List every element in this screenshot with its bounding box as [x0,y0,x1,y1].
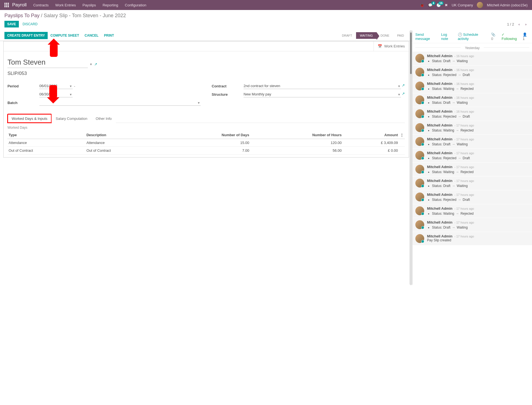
form-toolbar: CREATE DRAFT ENTRY COMPUTE SHEET CANCEL … [0,30,412,41]
avatar [415,220,424,229]
nav-reporting[interactable]: Reporting [103,3,118,7]
pager-count: 1 / 2 [507,22,514,26]
avatar [415,179,424,188]
scrollbar[interactable] [410,30,412,285]
print-button[interactable]: PRINT [101,32,117,39]
avatar [415,109,424,118]
slip-reference: SLIP/053 [7,71,405,76]
attachments-count[interactable]: 📎 0 [491,32,498,41]
table-row[interactable]: Out of ContractOut of Contract7.0056.00£… [7,147,405,155]
chevron-down-icon[interactable]: ▾ [70,84,72,88]
followers-count[interactable]: 👤 1 [523,32,529,41]
log-message: Mitchell Admin - 17 hours ago Status: Dr… [413,218,532,232]
batch-label: Batch [7,101,39,105]
follow-button[interactable]: ✓ Following [502,32,519,41]
discard-button[interactable]: DISCARD [20,21,40,27]
col-hours: Number of Hours [250,131,343,139]
avatar [415,234,424,243]
log-message: Mitchell Admin - 17 hours ago Status: Re… [413,190,532,204]
send-message-button[interactable]: Send message [415,32,437,41]
work-entries-button[interactable]: 📅 Work Entries [374,41,409,51]
batch-field[interactable] [39,100,201,106]
nav-contracts[interactable]: Contracts [33,3,49,7]
avatar [415,123,424,132]
form-sheet: 📅 Work Entries ▾ ↗ SLIP/053 Period ▾ [3,41,409,158]
cancel-button[interactable]: CANCEL [82,32,101,39]
tools-icon[interactable]: ✖ [445,3,448,7]
detail-tabs: Worked Days & Inputs Salary Computation … [7,114,405,123]
breadcrumb-current: Salary Slip - Tom Steven - June 2022 [44,13,126,18]
annotation-arrow-up [50,44,58,57]
col-days: Number of Days [163,131,250,139]
clock-icon: 🕐 [458,32,462,37]
pager-next-icon[interactable]: › [524,22,528,26]
company-selector[interactable]: UK Company [452,3,473,7]
tab-salary-computation[interactable]: Salary Computation [52,114,91,123]
contract-field[interactable] [244,83,401,89]
external-link-icon[interactable]: ↗ [94,62,97,68]
external-link-icon[interactable]: ↗ [402,92,405,97]
kebab-icon[interactable]: ⋮ [399,131,405,139]
compute-sheet-button[interactable]: COMPUTE SHEET [48,32,82,39]
log-note-button[interactable]: Log note [441,32,454,41]
apps-icon[interactable] [4,3,9,7]
nav-menu: Contracts Work Entries Payslips Reportin… [33,3,420,7]
tab-other-info[interactable]: Other Info [91,114,116,123]
annotation-arrow-down [49,85,57,98]
structure-label: Structure [212,92,244,97]
avatar [415,54,424,63]
bug-icon[interactable]: 🐞 [420,3,424,7]
nav-work-entries[interactable]: Work Entries [55,3,76,7]
log-message: Mitchell Admin - 17 hours ago Status: Re… [413,149,532,162]
external-link-icon[interactable]: ↗ [402,83,405,89]
breadcrumb-parent[interactable]: Payslips To Pay [4,13,40,18]
save-button[interactable]: SAVE [4,21,19,27]
structure-field[interactable] [244,91,401,97]
chevron-down-icon[interactable]: ▾ [398,84,400,88]
worked-days-table: Type Description Number of Days Number o… [7,131,405,155]
create-draft-entry-button[interactable]: CREATE DRAFT ENTRY [4,32,48,39]
tab-worked-days[interactable]: Worked Days & Inputs [7,114,52,123]
avatar [415,151,424,160]
user-menu[interactable]: Mitchell Admin (odoo15e) [487,3,528,7]
user-avatar[interactable] [477,2,483,8]
chatter: Send message Log note 🕐 Schedule activit… [412,30,532,285]
pager-prev-icon[interactable]: ‹ [517,22,521,26]
chevron-down-icon[interactable]: ▾ [398,92,400,97]
avatar [415,206,424,215]
breadcrumb: Payslips To Pay / Salary Slip - Tom Stev… [4,13,126,19]
worked-days-section-label: Worked Days [7,126,405,130]
activity-icon[interactable]: 🕐16 [436,3,441,7]
col-amount: Amount [343,131,399,139]
app-brand[interactable]: Payroll [12,2,27,8]
log-message: Mitchell Admin - 16 hours ago Status: Dr… [413,52,532,65]
nav-payslips[interactable]: Payslips [83,3,96,7]
status-waiting[interactable]: WAITING [356,32,377,39]
col-type: Type [7,131,85,139]
status-flow: DRAFT WAITING DONE PAID [338,32,408,39]
schedule-activity-button[interactable]: 🕐 Schedule activity [458,32,487,41]
avatar [415,137,424,146]
status-done[interactable]: DONE [377,32,393,39]
chatter-date-separator: Yesterday [413,43,532,52]
chevron-down-icon[interactable]: ▾ [70,92,72,97]
chevron-down-icon[interactable]: ▾ [198,101,200,105]
log-message: Mitchell Admin - 16 hours ago Status: Re… [413,107,532,121]
log-message: Mitchell Admin - 17 hours ago Pay Slip c… [413,232,532,245]
table-row[interactable]: AttendanceAttendance15.00120.00£ 3,409.0… [7,139,405,147]
log-message: Mitchell Admin - 16 hours ago Status: Dr… [413,93,532,107]
nav-configuration[interactable]: Configuration [125,3,146,7]
log-message: Mitchell Admin - 16 hours ago Status: Re… [413,65,532,79]
log-message: Mitchell Admin - 17 hours ago Status: Dr… [413,135,532,148]
avatar [415,68,424,77]
calendar-icon: 📅 [378,44,382,48]
messages-icon[interactable]: 💬4 [428,3,433,7]
employee-field[interactable] [7,57,88,68]
chevron-down-icon[interactable]: ▾ [90,62,92,68]
status-paid[interactable]: PAID [393,32,408,39]
pager: 1 / 2 ‹ › [507,22,528,26]
log-message: Mitchell Admin - 17 hours ago Status: Dr… [413,176,532,190]
avatar [415,82,424,90]
col-description: Description [85,131,163,139]
period-label: Period [7,84,39,88]
